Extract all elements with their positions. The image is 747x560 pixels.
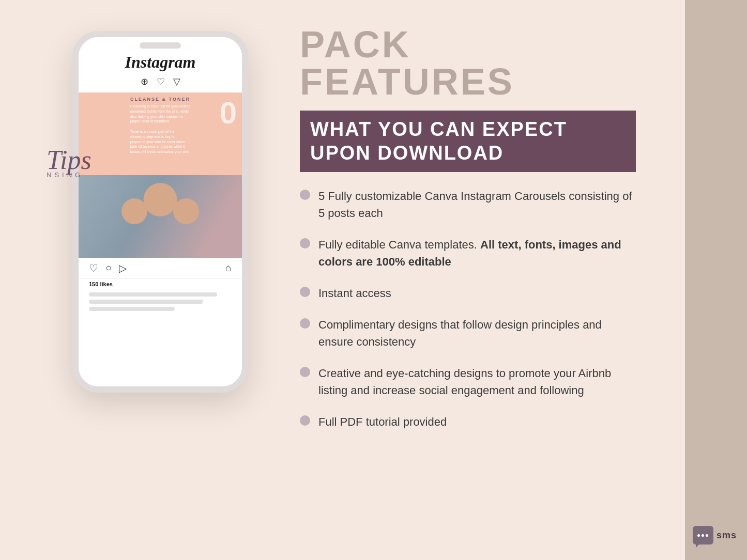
sms-logo: sms [693,526,737,545]
feature-text-3: Instant access [318,285,391,302]
share-icon[interactable]: ▷ [119,262,127,274]
head-shape [144,183,177,216]
dot-1 [697,534,700,537]
chat-bubble-icon [693,526,713,545]
person-figure [114,180,207,258]
post-actions: ♡ ○ ▷ ⌂ [79,258,242,279]
bullet-1 [300,190,310,200]
feature-text-2: Fully editable Canva templates. All text… [318,236,636,270]
instagram-header-icons: ⊕ ♡ ▽ [89,76,232,87]
tips-overlay: Tips NSING [47,145,92,179]
post-description: Cleansing is essential for your routine … [130,104,191,154]
like-icon[interactable]: ♡ [89,262,98,274]
photo-area [79,175,242,258]
feature-text-4: Complimentary designs that follow design… [318,316,636,350]
phone-notch [140,42,181,49]
banner-text-line2: UPON DOWNLOAD [310,142,626,165]
photo-background [79,175,242,258]
bullet-3 [300,287,310,297]
pack-features-title: PACK FEATURES [300,26,636,100]
nsing-text: NSING [47,171,92,179]
bullet-5 [300,367,310,377]
what-you-banner: WHAT YOU CAN EXPECT UPON DOWNLOAD [300,111,636,172]
likes-count: 150 likes [79,279,242,289]
post-number-big: 0 [220,98,237,129]
placeholder-line-3 [89,307,175,311]
right-content: PACK FEATURES WHAT YOU CAN EXPECT UPON D… [300,26,708,445]
left-hand-shape [121,198,147,224]
sms-label: sms [716,530,737,541]
feature-text-1: 5 Fully customizable Canva Instagram Car… [318,188,636,222]
feature-text-5: Creative and eye-catching designs to pro… [318,365,636,399]
features-list: 5 Fully customizable Canva Instagram Car… [300,188,636,430]
phone-screen: Instagram ⊕ ♡ ▽ CLEANSE & TONER Cleansin… [79,37,242,386]
feature-item-3: Instant access [300,285,636,302]
dot-2 [702,534,704,537]
instagram-logo: Instagram [89,53,232,72]
placeholder-line-2 [89,300,203,304]
placeholder-lines [79,289,242,317]
send-icon[interactable]: ▽ [173,76,180,87]
post-action-icons: ♡ ○ ▷ [89,262,127,274]
placeholder-line-1 [89,292,217,297]
add-icon[interactable]: ⊕ [141,76,148,87]
banner-text-line1: WHAT YOU CAN EXPECT [310,118,626,142]
phone-container: Tips NSING Instagram ⊕ ♡ ▽ CLEANSE & TON… [62,31,258,496]
feature-item-4: Complimentary designs that follow design… [300,316,636,350]
comment-icon[interactable]: ○ [105,262,112,274]
feature-item-6: Full PDF tutorial provided [300,413,636,430]
bullet-2 [300,238,310,248]
post-cleanse-label: CLEANSE & TONER [130,97,191,102]
bullet-6 [300,415,310,426]
post-content: CLEANSE & TONER Cleansing is essential f… [79,92,242,258]
bookmark-icon[interactable]: ⌂ [225,262,232,274]
right-hand-shape [173,198,199,224]
post-title-area: CLEANSE & TONER Cleansing is essential f… [130,97,191,154]
feature-item-1: 5 Fully customizable Canva Instagram Car… [300,188,636,222]
chat-dots [697,534,708,537]
dot-3 [706,534,708,537]
phone-frame: Instagram ⊕ ♡ ▽ CLEANSE & TONER Cleansin… [72,31,248,393]
feature-item-5: Creative and eye-catching designs to pro… [300,365,636,399]
heart-icon[interactable]: ♡ [157,76,165,87]
feature-text-6: Full PDF tutorial provided [318,413,447,430]
bullet-4 [300,318,310,329]
feature-item-2: Fully editable Canva templates. All text… [300,236,636,270]
